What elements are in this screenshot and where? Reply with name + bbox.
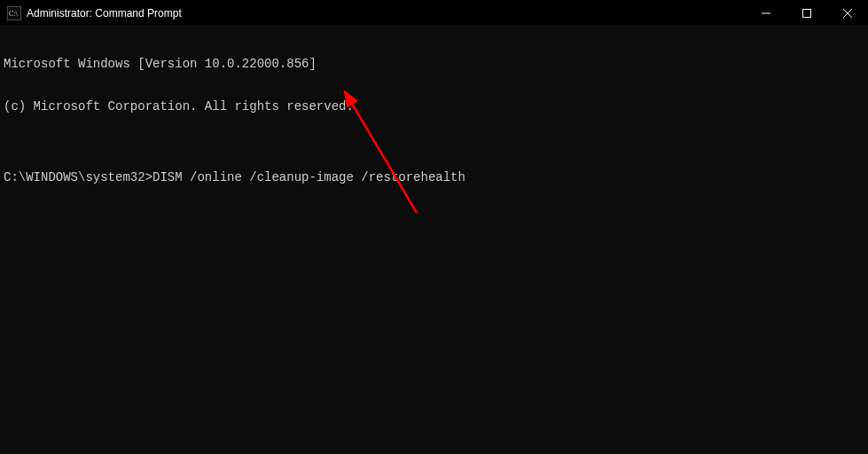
svg-rect-3 <box>803 9 811 17</box>
svg-text:C:\: C:\ <box>9 10 19 18</box>
titlebar[interactable]: C:\ Administrator: Command Prompt <box>0 0 868 27</box>
window-title: Administrator: Command Prompt <box>27 7 746 20</box>
terminal-output[interactable]: Microsoft Windows [Version 10.0.22000.85… <box>0 27 868 454</box>
prompt-line: C:\WINDOWS\system32>DISM /online /cleanu… <box>4 170 864 184</box>
prompt-text: C:\WINDOWS\system32> <box>4 170 152 184</box>
maximize-button[interactable] <box>786 0 827 26</box>
command-text: DISM /online /cleanup-image /restoreheal… <box>152 170 465 184</box>
cmd-icon: C:\ <box>7 6 21 20</box>
command-prompt-window: C:\ Administrator: Command Prompt <box>0 0 868 454</box>
copyright-line: (c) Microsoft Corporation. All rights re… <box>4 99 864 114</box>
version-line: Microsoft Windows [Version 10.0.22000.85… <box>4 57 864 71</box>
window-controls <box>746 0 868 26</box>
close-button[interactable] <box>827 0 868 26</box>
minimize-button[interactable] <box>746 0 786 26</box>
